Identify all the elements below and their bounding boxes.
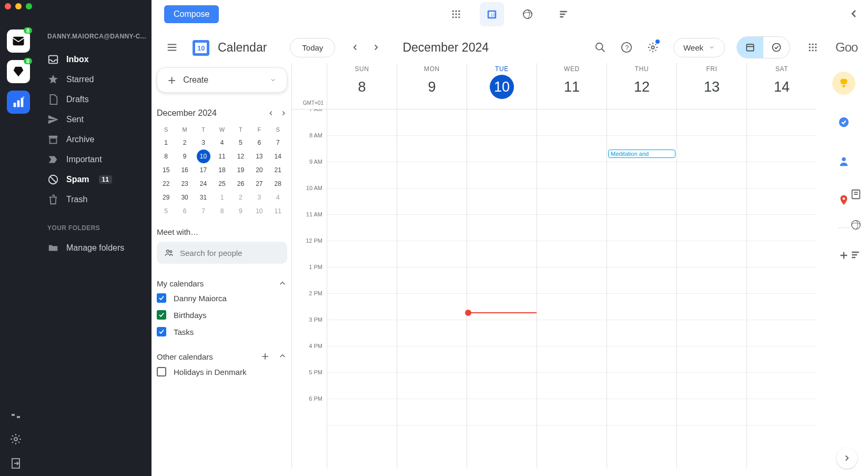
nav-inbox[interactable]: Inbox [47,49,147,70]
export-icon[interactable] [9,457,22,470]
create-button[interactable]: + Create [157,67,287,93]
svg-line-9 [51,177,56,183]
current-month-label: December 2024 [402,41,489,55]
mode-toggle [736,36,790,58]
calendar-checkbox[interactable]: Holidays in Denmark [157,367,287,376]
day-header-today[interactable]: TUE10 [467,63,537,109]
svg-point-10 [14,438,17,441]
main-menu-button[interactable] [161,36,183,58]
people-search-input[interactable] [180,249,280,257]
nav-important[interactable]: Important [47,150,147,170]
nav-trash[interactable]: Trash [47,190,147,210]
nav-archive[interactable]: Archive [47,130,147,150]
calendar-event[interactable]: Meditation and [608,150,675,158]
nav-starred[interactable]: Starred [47,70,147,90]
openai-icon[interactable] [516,2,540,26]
window-maximize[interactable] [26,3,32,9]
svg-point-17 [458,13,460,15]
svg-point-19 [455,16,457,18]
prev-period-button[interactable] [346,38,365,57]
collapse-right-icon[interactable] [848,7,861,20]
add-calendar-button[interactable] [260,351,270,362]
app-title: Calendar [218,41,267,55]
my-calendars-list: Danny Maiorca Birthdays Tasks [157,293,287,336]
calendar-checkbox[interactable]: Birthdays [157,310,287,320]
nav-spam[interactable]: Spam 11 [47,170,147,190]
settings-icon[interactable] [9,433,22,445]
contacts-panel-icon[interactable] [832,150,855,173]
day-column-wed[interactable] [537,110,607,469]
account-label: DANNY.MAIORCA@DANNY-C... [47,33,147,40]
rail-mail[interactable]: 8 [7,29,30,53]
feedback-icon[interactable] [9,409,22,421]
svg-point-20 [458,16,460,18]
tasks-panel-icon[interactable] [832,111,855,134]
calendar-mode-button[interactable] [737,37,763,58]
mini-next-button[interactable] [280,110,287,117]
rail-drive[interactable]: 8 [7,60,30,83]
nav-sent[interactable]: Sent [47,110,147,130]
next-period-button[interactable] [367,38,386,57]
folder-icon [47,242,59,254]
calendar-checkbox[interactable]: Danny Maiorca [157,293,287,303]
day-column-mon[interactable] [397,110,467,469]
tasks-mode-button[interactable] [763,37,790,58]
svg-rect-7 [50,138,57,143]
openai-rail-icon[interactable] [850,219,865,234]
view-selector[interactable]: Week [673,38,725,57]
nav-drafts[interactable]: Drafts [47,90,147,110]
nav-starred-label: Starred [66,75,94,84]
day-header[interactable]: FRI13 [677,63,746,109]
day-header[interactable]: MON9 [397,63,467,109]
todoist-icon[interactable] [551,2,576,26]
topbar: Compose 10 [152,0,868,28]
manage-folders[interactable]: Manage folders [47,238,147,258]
day-headers: GMT+01 SUN8 MON9 TUE10 WED11 THU12 FRI13… [292,63,816,110]
chevron-up-icon[interactable] [278,279,287,288]
keep-icon[interactable] [832,72,855,95]
other-calendars-label: Other calendars [157,352,213,361]
day-column-tue[interactable] [467,110,537,469]
apps-grid-icon[interactable] [444,2,468,26]
archive-icon [47,134,59,145]
mail-nav: DANNY.MAIORCA@DANNY-C... Inbox Starred D… [47,33,147,258]
help-button[interactable]: ? [615,36,638,58]
day-column-fri[interactable] [677,110,746,469]
svg-line-29 [602,49,605,52]
gcal-icon[interactable]: 10 [480,2,504,26]
svg-point-41 [815,46,816,48]
day-header[interactable]: SAT14 [746,63,816,109]
side-panel-collapse-button[interactable] [836,448,857,469]
window-close[interactable] [5,3,11,9]
mini-calendar[interactable]: SMTWTFS 1234567 891011121314 15161718192… [157,123,287,218]
mini-prev-button[interactable] [267,110,275,117]
day-header[interactable]: WED11 [537,63,607,109]
my-calendars-section[interactable]: My calendars [157,279,287,288]
settings-button[interactable] [642,36,664,58]
todoist-rail-icon[interactable] [850,250,865,264]
day-column-sun[interactable] [327,110,397,469]
day-header[interactable]: SUN8 [327,63,397,109]
window-controls [5,3,32,9]
chevron-up-icon[interactable] [278,351,287,361]
window-minimize[interactable] [15,3,22,9]
meet-with-label: Meet with… [157,227,287,236]
people-search[interactable] [157,242,287,264]
google-apps-button[interactable] [802,36,824,58]
rail-analytics[interactable]: + [7,91,30,114]
svg-rect-1 [14,103,16,107]
svg-text:+: + [22,95,25,100]
trash-icon [47,194,59,205]
day-column-thu[interactable]: Meditation and [607,110,677,469]
other-calendars-section[interactable]: Other calendars [157,351,287,362]
svg-point-24 [523,9,532,18]
people-icon [164,247,174,258]
today-button[interactable]: Today [290,38,335,57]
search-button[interactable] [589,36,611,58]
compose-button[interactable]: Compose [164,5,219,23]
grid-body[interactable]: 7 AM 8 AM 9 AM 10 AM 11 AM 12 PM 1 PM 2 … [292,110,816,469]
notes-icon[interactable] [850,189,865,203]
calendar-checkbox[interactable]: Tasks [157,327,287,336]
day-header[interactable]: THU12 [607,63,677,109]
day-column-sat[interactable] [746,110,816,469]
